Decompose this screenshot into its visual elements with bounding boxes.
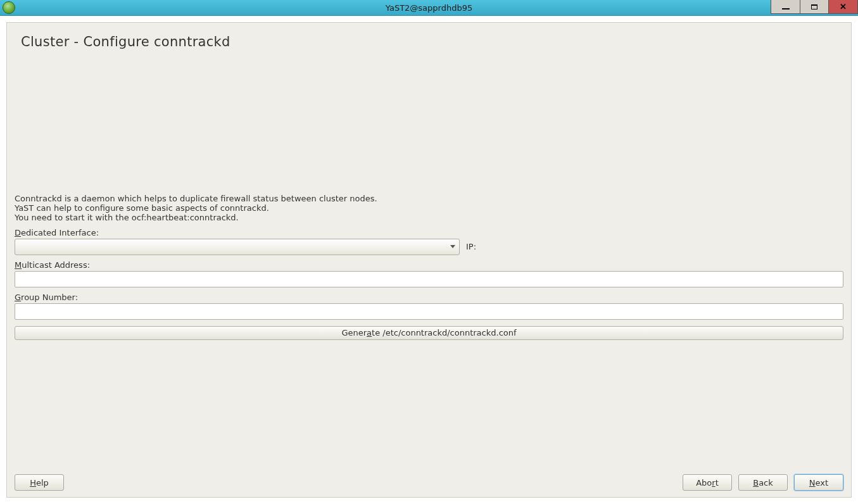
description-line: Conntrackd is a daemon which helps to du… [15, 194, 843, 204]
description-line: YaST can help to configure some basic as… [15, 204, 843, 213]
main-panel: Cluster - Configure conntrackd Conntrack… [6, 22, 852, 498]
generate-button[interactable]: Generate /etc/conntrackd/conntrackd.conf [15, 326, 843, 340]
group-number-input[interactable] [15, 303, 843, 320]
window-title: YaST2@sapprdhdb95 [386, 3, 472, 13]
group-number-label: Group Number: [15, 293, 843, 302]
multicast-address-input[interactable] [15, 271, 843, 287]
abort-button[interactable]: Abort [683, 474, 732, 491]
dedicated-interface-combo[interactable] [15, 239, 460, 255]
chevron-down-icon [450, 245, 455, 248]
form-block: Conntrackd is a daemon which helps to du… [15, 194, 843, 340]
dedicated-interface-row: IP: [15, 239, 843, 255]
content-area: Cluster - Configure conntrackd Conntrack… [0, 16, 858, 504]
bottom-toolbar: Help Abort Back Next [15, 474, 843, 491]
description-text: Conntrackd is a daemon which helps to du… [15, 194, 843, 223]
close-button[interactable]: ✕ [829, 0, 858, 14]
back-button[interactable]: Back [738, 474, 788, 491]
app-icon [3, 1, 15, 14]
ip-label: IP: [466, 242, 476, 251]
multicast-address-label: Multicast Address: [15, 260, 843, 270]
window-controls: ✕ [771, 0, 858, 14]
page-title: Cluster - Configure conntrackd [21, 34, 843, 49]
dedicated-interface-label: Dedicated Interface: [15, 228, 843, 237]
minimize-button[interactable] [771, 0, 800, 14]
window: YaST2@sapprdhdb95 ✕ Cluster - Configure … [0, 0, 858, 504]
help-button[interactable]: Help [15, 474, 64, 491]
maximize-button[interactable] [800, 0, 829, 14]
next-button[interactable]: Next [794, 474, 843, 491]
description-line: You need to start it with the ocf:heartb… [15, 213, 843, 223]
titlebar: YaST2@sapprdhdb95 ✕ [0, 0, 858, 16]
